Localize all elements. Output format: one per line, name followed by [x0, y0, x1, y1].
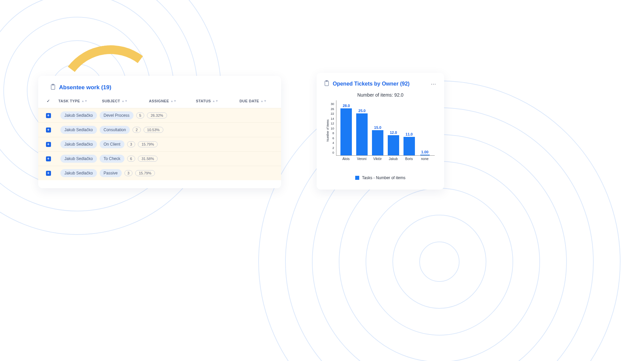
subject-pill[interactable]: Devel Process: [100, 111, 133, 119]
y-tick-label: 0: [331, 151, 334, 154]
clipboard-icon: [50, 84, 56, 91]
y-tick-label: 26: [331, 107, 334, 111]
bar-value-label: 28.0: [343, 104, 350, 108]
svg-rect-2: [325, 81, 329, 86]
assignee-pill[interactable]: Jakub Sedlačko: [60, 126, 97, 134]
y-tick-label: 4: [331, 141, 334, 145]
assignee-pill[interactable]: Jakub Sedlačko: [60, 111, 97, 119]
chart-legend: Tasks - Number of items: [324, 175, 437, 180]
column-header-due-date[interactable]: DUE DATE ▲▼: [239, 99, 280, 103]
chart-bar[interactable]: 28.0: [339, 104, 354, 155]
sort-icon: ▲▼: [121, 100, 128, 103]
subject-pill[interactable]: Passive: [100, 169, 122, 177]
chart-y-axis-label: Number of items: [326, 119, 329, 142]
column-header-label: SUBJECT: [102, 99, 120, 103]
percent-badge: 26.32%: [147, 112, 167, 118]
y-tick-label: 2: [331, 146, 334, 150]
sort-icon: ▲▼: [170, 100, 177, 103]
percent-badge: 15.79%: [135, 170, 155, 176]
bar-value-label: 25.0: [359, 109, 366, 113]
bar-rect: [372, 130, 383, 155]
bar-value-label: 15.0: [374, 125, 381, 130]
sort-icon: ▲▼: [212, 100, 219, 103]
count-badge: 3: [124, 170, 132, 176]
column-header-check[interactable]: ✓: [38, 99, 58, 103]
subject-pill[interactable]: Consultation: [100, 126, 130, 134]
chart-bar[interactable]: 1.00: [418, 150, 432, 155]
expand-row-button[interactable]: +: [46, 156, 51, 161]
column-header-assignee[interactable]: ASSIGNEE ▲▼: [149, 99, 196, 103]
bar-value-label: 1.00: [421, 150, 428, 154]
x-tick-label: Boris: [401, 157, 416, 161]
column-header-label: DUE DATE: [239, 99, 259, 103]
bar-rect: [420, 155, 430, 155]
expand-row-button[interactable]: +: [46, 142, 51, 147]
svg-rect-0: [51, 85, 55, 90]
absentee-work-card: Absentee work (19) ✓ TASK TYPE ▲▼ SUBJEC…: [38, 76, 281, 188]
assignee-pill[interactable]: Jakub Sedlačko: [60, 155, 97, 163]
y-tick-label: 10: [331, 127, 334, 130]
table-row[interactable]: +Jakub SedlačkoTo Check631.58%: [38, 151, 281, 166]
x-tick-label: none: [417, 157, 432, 161]
card-title: Absentee work (19): [59, 84, 111, 91]
table-row[interactable]: +Jakub SedlačkoPassive315.79%: [38, 166, 281, 180]
bar-rect: [404, 137, 415, 155]
percent-badge: 31.58%: [138, 156, 158, 162]
subject-pill[interactable]: On Client: [100, 140, 124, 148]
table-header-row: ✓ TASK TYPE ▲▼ SUBJECT ▲▼ ASSIGNEE ▲▼ ST…: [38, 95, 281, 108]
opened-tickets-card: Opened Tickets by Owner (92) ⋯ Number of…: [317, 73, 444, 190]
expand-row-button[interactable]: +: [46, 171, 51, 176]
y-tick-label: 8: [331, 132, 334, 135]
count-badge: 5: [136, 112, 144, 118]
x-tick-label: Jakub: [386, 157, 400, 161]
count-badge: 3: [127, 141, 135, 147]
sort-icon: ▲▼: [82, 100, 88, 103]
clipboard-icon: [324, 80, 329, 88]
y-tick-label: 12: [331, 122, 334, 125]
check-icon: ✓: [47, 99, 50, 103]
bar-value-label: 12.0: [390, 131, 397, 135]
chart-bar[interactable]: 15.0: [370, 125, 385, 155]
subject-pill[interactable]: To Check: [100, 155, 124, 163]
chart-subtitle: Number of items: 92.0: [324, 92, 437, 98]
table-row[interactable]: +Jakub SedlačkoConsultation210.53%: [38, 122, 281, 137]
count-badge: 6: [127, 156, 135, 162]
chart-plot-area: 28.025.015.012.011.01.00: [336, 100, 435, 156]
y-tick-label: 14: [331, 117, 334, 120]
y-tick-label: 6: [331, 137, 334, 140]
column-header-label: ASSIGNEE: [149, 99, 169, 103]
chart-body: Number of items 30262214121086420 28.025…: [324, 100, 437, 161]
column-header-subject[interactable]: SUBJECT ▲▼: [102, 99, 149, 103]
expand-row-button[interactable]: +: [46, 113, 51, 118]
expand-row-button[interactable]: +: [46, 127, 51, 133]
percent-badge: 15.79%: [138, 141, 158, 147]
percent-badge: 10.53%: [144, 127, 163, 133]
chart-bar[interactable]: 11.0: [402, 132, 417, 155]
table-row[interactable]: +Jakub SedlačkoOn Client315.79%: [38, 137, 281, 151]
column-header-label: STATUS: [196, 99, 211, 103]
column-header-status[interactable]: STATUS ▲▼: [196, 99, 239, 103]
bar-rect: [356, 113, 368, 155]
table-row[interactable]: +Jakub SedlačkoDevel Process526.32%: [38, 108, 281, 122]
assignee-pill[interactable]: Jakub Sedlačko: [60, 169, 97, 177]
legend-label: Tasks - Number of items: [362, 175, 405, 180]
sort-icon: ▲▼: [261, 100, 267, 103]
x-tick-label: Viktör: [370, 157, 385, 161]
column-header-task-type[interactable]: TASK TYPE ▲▼: [58, 99, 102, 103]
chart-title: Opened Tickets by Owner (92): [333, 81, 410, 87]
x-tick-label: Veroni: [354, 157, 369, 161]
more-menu-button[interactable]: ⋯: [431, 81, 437, 87]
bar-rect: [340, 108, 352, 155]
chart-bar[interactable]: 12.0: [386, 131, 401, 155]
assignee-pill[interactable]: Jakub Sedlačko: [60, 140, 97, 148]
y-tick-label: 22: [331, 112, 334, 115]
bar-rect: [388, 135, 399, 155]
y-tick-label: 30: [331, 102, 334, 106]
bar-value-label: 11.0: [406, 132, 413, 136]
column-header-label: TASK TYPE: [58, 99, 80, 103]
x-tick-label: Alois: [339, 157, 354, 161]
count-badge: 2: [132, 127, 141, 133]
legend-swatch-icon: [355, 176, 359, 180]
chart-bar[interactable]: 25.0: [355, 109, 369, 155]
